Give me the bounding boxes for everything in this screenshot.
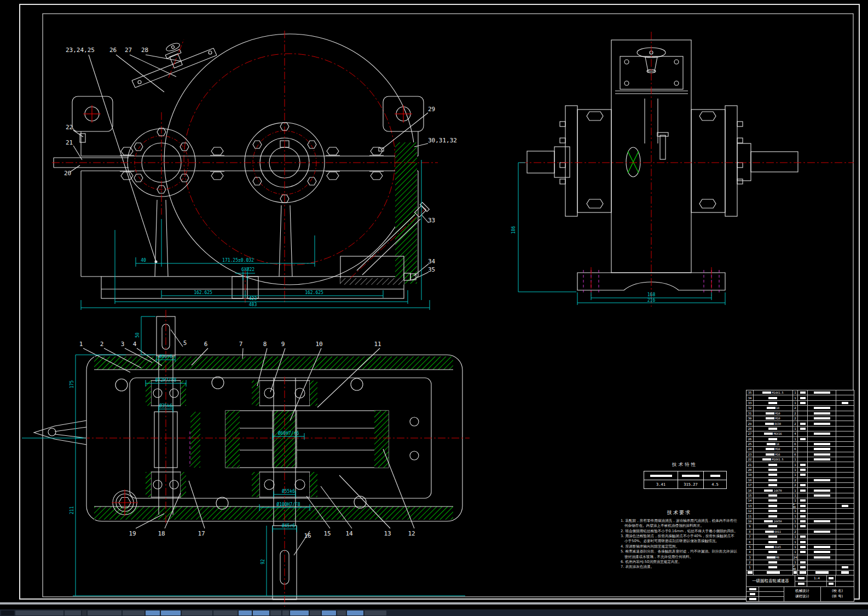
callout-12: 12 xyxy=(408,530,415,537)
status-bar-button[interactable] xyxy=(161,611,181,615)
status-bar-button[interactable] xyxy=(282,611,289,615)
bom-item-no: 5 xyxy=(747,545,754,549)
status-bar-button[interactable] xyxy=(364,611,386,615)
status-bar-button[interactable] xyxy=(182,611,212,615)
bom-standard xyxy=(808,390,836,395)
bom-row: 15 1 xyxy=(747,493,854,498)
bom-material xyxy=(798,462,808,467)
callout-9: 9 xyxy=(281,341,285,348)
status-bar-button[interactable] xyxy=(253,611,269,615)
bom-row: 27 M6X16 4 xyxy=(747,431,854,436)
course-name: 机械设计 课程设计 xyxy=(784,587,821,601)
section-leaders-top xyxy=(83,330,380,421)
status-bar-button[interactable] xyxy=(15,611,63,615)
status-bar-button[interactable] xyxy=(270,611,281,615)
callout-7: 7 xyxy=(239,341,243,348)
status-bar-button[interactable] xyxy=(290,611,309,615)
bom-item-no: 18 xyxy=(747,478,754,482)
bom-row: 30 M10 2 xyxy=(747,416,854,421)
dim-171: 171.25±0.032 xyxy=(222,258,254,263)
bom-qty: 1 xyxy=(793,493,798,498)
status-bar-button[interactable] xyxy=(82,611,86,615)
bom-standard xyxy=(808,493,836,498)
bom-item-no: 8 xyxy=(747,529,754,534)
status-bar-button[interactable] xyxy=(322,611,336,615)
bom-remark xyxy=(836,519,854,523)
bom-standard xyxy=(808,416,836,421)
bom-qty: 1 xyxy=(793,534,798,539)
bom-material xyxy=(798,395,808,400)
bom-remark xyxy=(836,514,854,518)
dim-483: 483 xyxy=(249,302,257,307)
bom-material xyxy=(798,493,808,498)
bom-remark xyxy=(836,427,854,431)
bom-standard xyxy=(808,483,836,487)
callout-11: 11 xyxy=(374,341,381,348)
input-shaft xyxy=(146,310,200,525)
bom-standard xyxy=(808,473,836,477)
callout-4: 4 xyxy=(133,341,137,348)
callout-16: 16 xyxy=(304,532,311,539)
tech-char-value: 315.27 xyxy=(678,480,703,488)
dim-175: 175 xyxy=(70,381,74,389)
tech-char-value: 4.5 xyxy=(703,480,726,488)
bom-qty: 1 xyxy=(793,401,798,405)
bom-material xyxy=(798,452,808,457)
bom-item-no: 27 xyxy=(747,431,754,436)
dim-92: 92 xyxy=(261,559,265,565)
bom-name xyxy=(754,462,793,467)
status-bar-button[interactable] xyxy=(65,611,81,615)
bom-name: M18X1.5 xyxy=(754,457,793,462)
bom-row: 9 1 xyxy=(747,524,854,529)
status-bar-button[interactable] xyxy=(337,611,346,615)
status-bar-button[interactable] xyxy=(146,611,160,615)
dim-dia35: Ø35k6 xyxy=(159,403,172,408)
bom-standard xyxy=(808,539,836,544)
status-bar-button[interactable] xyxy=(123,611,144,615)
tech-requirement-item: 1. 装配前，所有零件用煤油清洗，滚动轴承用汽油清洗，机体内不许有任何杂物存在。… xyxy=(621,519,738,529)
bom-standard xyxy=(808,457,836,462)
bom-qty: 2 xyxy=(793,411,798,416)
bom-material xyxy=(798,514,808,518)
dim-50: 50 xyxy=(135,332,140,338)
bom-qty: 2 xyxy=(793,421,798,425)
bom-standard xyxy=(808,498,836,503)
status-bar-button[interactable] xyxy=(88,611,121,615)
bom-remark xyxy=(836,504,854,508)
status-bar-button[interactable] xyxy=(213,611,238,615)
dim-dia45: Ø45r6 xyxy=(282,523,295,528)
callout-17: 17 xyxy=(198,530,205,537)
callout-15: 15 xyxy=(323,530,331,537)
bom-name: M8 xyxy=(754,555,793,560)
callout-28: 28 xyxy=(141,47,148,54)
bom-name: M10 xyxy=(754,416,793,421)
bom-qty: 6 xyxy=(793,442,798,446)
bom-row: 35 M14X1.5 1 xyxy=(747,390,854,395)
bom-item-no: 28 xyxy=(747,427,754,431)
front-view-dims xyxy=(81,160,430,310)
status-bar-button[interactable] xyxy=(1,611,14,615)
bom-remark xyxy=(836,395,854,400)
status-bar-button[interactable] xyxy=(347,611,363,615)
bom-row: 34 1 xyxy=(747,395,854,400)
bom-row: 14 1 xyxy=(747,498,854,503)
bom-row: 29 8X30 2 xyxy=(747,421,854,426)
bom-remark xyxy=(836,539,854,544)
bom-item-no: 22 xyxy=(747,457,754,462)
status-bar-button[interactable] xyxy=(239,611,252,615)
bom-remark xyxy=(836,488,854,492)
bom-standard xyxy=(808,555,836,560)
status-bar-button[interactable] xyxy=(310,611,321,615)
tech-char-value: 3.41 xyxy=(644,480,678,488)
bom-row: 10 10X50 1 xyxy=(747,519,854,524)
window-border xyxy=(0,602,868,605)
bom-name: M6X16 xyxy=(754,431,793,436)
bom-material xyxy=(798,483,808,487)
bom-item-no: 26 xyxy=(747,437,754,441)
bom-remark xyxy=(836,457,854,462)
dim-162b: 162.625 xyxy=(305,290,323,295)
bom-remark xyxy=(836,452,854,457)
status-bar[interactable] xyxy=(0,609,868,616)
bom-remark xyxy=(836,498,854,503)
bom-standard xyxy=(808,437,836,441)
